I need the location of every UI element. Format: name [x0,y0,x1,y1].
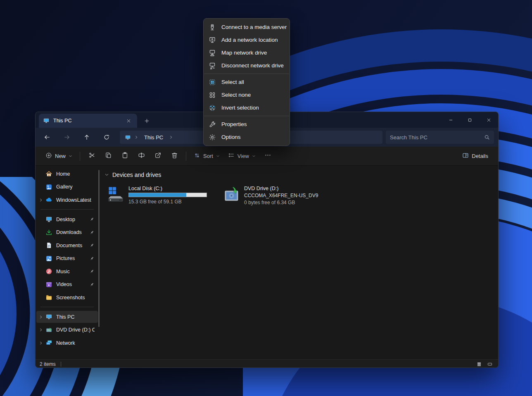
sidebar-scrollbar[interactable] [98,170,100,327]
properties-icon [209,121,216,128]
network-icon [45,339,52,346]
status-divider [61,362,61,367]
cut-icon [88,152,95,160]
menu-item-add-a-network-location[interactable]: Add a network location [204,33,290,46]
chevron-right-icon[interactable] [36,328,45,332]
sidebar-item-documents[interactable]: Documents [36,239,98,251]
sidebar-item-music[interactable]: Music [36,265,98,277]
delete-button[interactable] [166,149,183,163]
toolbar-divider [80,152,80,161]
chevron-down-icon [252,153,256,159]
menu-item-disconnect-network-drive[interactable]: Disconnect network drive [204,59,290,72]
pin-icon [89,256,95,261]
toolbar-divider [186,152,186,161]
status-bar: 2 items [36,359,498,368]
search-box[interactable] [386,131,494,144]
sidebar-item-videos[interactable]: Videos [36,279,98,291]
pin-icon [89,243,95,248]
menu-item-properties[interactable]: Properties [204,118,290,131]
refresh-button[interactable] [99,130,114,144]
drive-tile-dvd-drive-d[interactable]: DVD Drive (D:)CCCOMA_X64FRE_EN-US_DV90 b… [220,183,327,208]
menu-item-map-network-drive[interactable]: Map network drive [204,46,290,59]
capacity-bar-fill [129,193,186,197]
close-button[interactable] [479,112,498,128]
thumbnails-view-toggle[interactable] [486,361,494,367]
tab-this-pc[interactable]: This PC [39,114,137,128]
sidebar-item-dvd-drive-d-c[interactable]: DVD Drive (D:) C [36,324,98,336]
search-icon [484,134,490,140]
up-button[interactable] [79,130,94,144]
details-pane-button[interactable]: Details [458,149,492,163]
drive-info: Local Disk (C:)15.3 GB free of 59.1 GB [128,186,207,205]
sidebar-item-desktop[interactable]: Desktop [36,213,98,225]
rename-button[interactable] [133,149,150,163]
rename-icon [138,152,145,160]
sort-icon [194,152,200,160]
chevron-right-icon[interactable] [36,315,45,319]
view-button[interactable]: View [224,149,260,163]
share-icon [154,152,162,160]
context-menu: Connect to a media serverAdd a network l… [203,18,290,146]
paste-icon [121,152,128,160]
new-plus-icon [45,152,52,160]
menu-item-select-all[interactable]: Select all [204,76,290,88]
sidebar-item-pictures[interactable]: Pictures [36,253,98,265]
drive-caption: 15.3 GB free of 59.1 GB [128,199,207,205]
breadcrumb-segment[interactable]: This PC [142,134,166,141]
sidebar-separator [40,209,94,210]
devices-section-header[interactable]: Devices and drives [104,170,498,180]
sidebar-item-windowslatest[interactable]: WindowsLatest [36,194,98,206]
sidebar-item-gallery[interactable]: Gallery [36,181,98,193]
section-title: Devices and drives [112,172,161,178]
drive-tile-local-disk-c[interactable]: Local Disk (C:)15.3 GB free of 59.1 GB [104,183,211,208]
monitor-icon [45,313,52,320]
new-tab-button[interactable] [140,115,153,126]
chevron-right-icon[interactable] [36,341,45,345]
search-input[interactable] [390,134,484,141]
chevron-right-icon[interactable] [36,198,45,202]
sidebar-item-downloads[interactable]: Downloads [36,227,98,239]
maximize-button[interactable] [460,112,479,128]
cut-button[interactable] [83,149,100,163]
this-pc-tab-icon [43,117,50,124]
menu-item-select-none[interactable]: Select none [204,88,290,101]
home-icon [45,170,52,177]
share-button[interactable] [150,149,166,163]
sidebar-item-screenshots[interactable]: Screenshots [36,291,98,303]
chevron-down-icon [69,153,72,159]
drive-name: DVD Drive (D:) [244,186,318,191]
forward-button[interactable] [59,130,74,144]
chevron-down-icon [216,153,220,159]
copy-icon [105,152,112,160]
dvd-drive-icon [223,186,240,203]
sidebar-item-network[interactable]: Network [36,337,98,349]
music-icon [45,268,52,275]
menu-separator [204,74,289,74]
sort-button[interactable]: Sort [190,149,224,163]
details-pane-icon [462,152,469,160]
see-more-button[interactable] [260,149,276,163]
view-icon [228,152,235,160]
disconnect-network-drive-icon [209,62,216,69]
map-network-drive-icon [209,49,216,57]
tab-close-icon[interactable] [124,116,133,125]
items-count: 2 items [40,361,56,367]
menu-item-invert-selection[interactable]: Invert selection [204,101,290,114]
paste-button[interactable] [116,149,133,163]
file-explorer-window: This PC This PC New [35,112,499,368]
videos-icon [45,281,52,288]
sidebar-nav: HomeGalleryWindowsLatestDesktopDownloads… [36,168,98,349]
chevron-down-icon [104,171,109,179]
new-button[interactable]: New [41,149,76,163]
sidebar-item-this-pc[interactable]: This PC [36,311,98,323]
downloads-icon [45,229,52,236]
menu-item-connect-to-a-media-server[interactable]: Connect to a media server [204,21,290,33]
invert-selection-icon [209,104,216,112]
menu-item-options[interactable]: Options [204,131,290,143]
minimize-button[interactable] [441,112,460,128]
back-button[interactable] [40,130,55,144]
details-view-toggle[interactable] [475,361,483,367]
media-server-icon [209,24,216,31]
copy-button[interactable] [100,149,116,163]
sidebar-item-home[interactable]: Home [36,168,98,180]
